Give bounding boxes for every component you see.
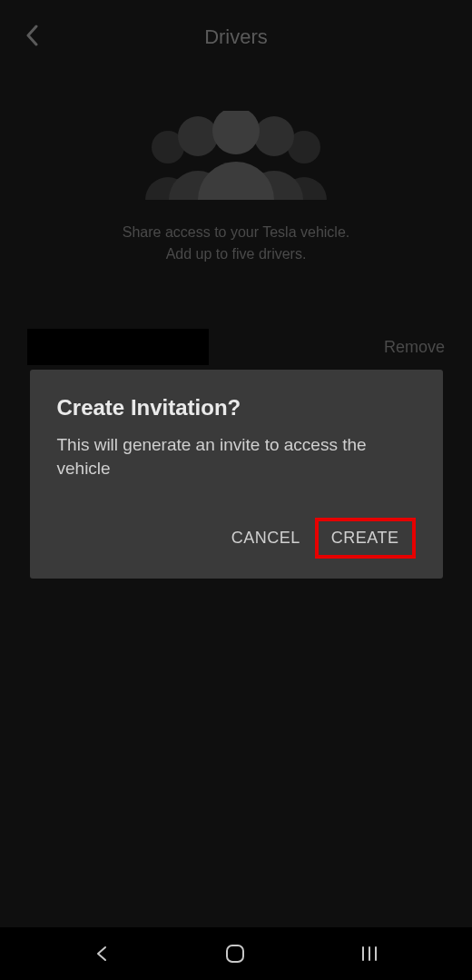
driver-name-redacted xyxy=(27,329,209,365)
hero-section: Share access to your Tesla vehicle. Add … xyxy=(0,111,472,265)
hero-line-2: Add up to five drivers. xyxy=(123,243,350,265)
hero-line-1: Share access to your Tesla vehicle. xyxy=(123,222,350,243)
svg-point-2 xyxy=(178,116,218,156)
cancel-button[interactable]: CANCEL xyxy=(217,518,315,559)
nav-recents-icon[interactable] xyxy=(359,945,379,963)
nav-back-icon[interactable] xyxy=(93,945,111,963)
nav-home-icon[interactable] xyxy=(224,943,246,965)
dialog-actions: CANCEL CREATE xyxy=(57,518,416,559)
create-invitation-dialog: Create Invitation? This will generate an… xyxy=(30,370,443,579)
hero-text: Share access to your Tesla vehicle. Add … xyxy=(123,222,350,265)
create-button[interactable]: CREATE xyxy=(315,518,416,559)
svg-point-3 xyxy=(254,116,294,156)
people-group-icon xyxy=(136,111,336,202)
remove-button[interactable]: Remove xyxy=(384,338,445,357)
page-header: Drivers xyxy=(0,0,472,74)
page-title: Drivers xyxy=(25,25,447,49)
dialog-title: Create Invitation? xyxy=(57,395,416,421)
back-icon[interactable] xyxy=(25,25,38,51)
svg-rect-5 xyxy=(227,945,243,962)
svg-point-4 xyxy=(212,111,260,154)
dialog-message: This will generate an invite to access t… xyxy=(57,433,416,480)
system-nav-bar xyxy=(0,927,472,980)
driver-row: Remove xyxy=(0,329,472,365)
